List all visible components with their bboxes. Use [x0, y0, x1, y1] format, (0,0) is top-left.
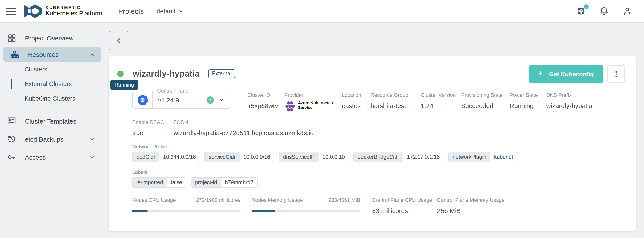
chevron-up-icon — [89, 51, 95, 58]
chevron-down-icon — [178, 8, 184, 14]
sitemap-icon — [10, 50, 19, 59]
chip-dnsserviceip: dnsServiceIP10.0.0.10 — [279, 152, 349, 162]
status-tooltip: Running — [110, 80, 138, 89]
menu-icon[interactable] — [6, 8, 16, 15]
field-power-state: Power State Running — [510, 91, 546, 112]
sidebar-item-project-overview[interactable]: Project Overview — [0, 29, 101, 47]
template-card-icon — [7, 116, 16, 126]
field-provisioning-state: Provisioning State Succeeded — [461, 91, 510, 112]
download-icon — [537, 70, 544, 77]
aks-provider-icon — [284, 100, 296, 112]
header-divider — [110, 4, 110, 19]
field-enable-rbac: Enable RBAC true — [132, 119, 174, 137]
sidebar-item-resources[interactable]: Resources — [3, 47, 101, 62]
dashboard-icon — [7, 33, 16, 43]
cluster-detail-card: wizardly-hypatia External Get Kubeconfig — [109, 56, 636, 231]
sidebar-item-external-clusters[interactable]: External Clusters — [0, 77, 101, 91]
brand-name: KUBERMATIC — [46, 5, 102, 10]
kubermatic-logo-icon — [24, 3, 42, 19]
control-plane-version: v1.24.9 — [158, 96, 179, 103]
field-dns-prefix: DNS Prefix wizardly-hypatia — [546, 91, 592, 112]
control-plane-version-select[interactable]: Control Plane ☸ v1.24.9 — [132, 91, 230, 109]
back-button[interactable] — [109, 31, 128, 50]
control-plane-label: Control Plane — [155, 88, 190, 94]
get-kubeconfig-button[interactable]: Get Kubeconfig — [529, 65, 603, 82]
external-badge: External — [208, 69, 236, 78]
network-profile-section: Network Profile podCidr10.244.0.0/16 ser… — [132, 144, 517, 162]
history-icon — [7, 134, 16, 144]
nodes-cpu-usage: Nodes CPU Usage272/1900 millicores — [132, 197, 240, 214]
vertical-dots-icon — [612, 70, 620, 78]
brand-subtitle: Kubernetes Platform — [46, 10, 102, 17]
sidebar-item-clusters[interactable]: Clusters — [0, 62, 101, 77]
sidebar-item-cluster-templates[interactable]: Cluster Templates — [0, 112, 101, 130]
chip-networkplugin: networkPluginkubenet — [448, 152, 517, 162]
projects-nav[interactable]: Projects — [118, 7, 144, 15]
field-cluster-version: Cluster Version 1.24 — [421, 91, 461, 112]
user-menu-icon[interactable] — [621, 5, 634, 18]
key-icon — [7, 152, 16, 162]
sidebar-item-access[interactable]: Access — [0, 148, 101, 166]
labels-section: Labels is-importedfalse project-idh79tnm… — [132, 169, 258, 188]
cluster-status-dot — [117, 71, 124, 77]
kubermatic-logo[interactable]: KUBERMATIC Kubernetes Platform — [24, 3, 102, 19]
field-provider: Provider Azure Kubernete — [284, 91, 342, 112]
nodes-cpu-progressbar — [132, 210, 240, 212]
announcements-icon[interactable]: ☸ — [574, 5, 587, 18]
sidebar-item-kubeone-clusters[interactable]: KubeOne Clusters — [0, 91, 101, 106]
more-actions-button[interactable] — [607, 65, 625, 82]
sidebar-item-etcd-backups[interactable]: etcd Backups — [0, 130, 101, 148]
chevron-down-icon — [218, 96, 225, 103]
notification-badge-dot — [584, 4, 588, 9]
active-indicator-bar — [11, 79, 12, 89]
kubermatic-app: KUBERMATIC Kubernetes Platform Projects … — [0, 0, 644, 238]
nodes-memory-progressbar — [252, 210, 360, 212]
main-content: wizardly-hypatia External Get Kubeconfig — [101, 23, 644, 238]
chip-is-imported: is-importedfalse — [132, 177, 186, 188]
chip-dockerbridgecidr: dockerBridgeCidr172.17.0.1/16 — [353, 152, 444, 162]
field-cluster-id: Cluster ID jr5xp68wtv — [247, 91, 284, 112]
control-plane-memory-usage: Control Plane Memory Usage 256 MiB — [437, 197, 502, 214]
chip-servicecidr: serviceCidr10.0.0.0/16 — [204, 152, 274, 162]
field-fqdn: FQDN wizardly-hypatia-e772e511.hcp.eastu… — [174, 119, 314, 137]
field-location: Location eastus — [342, 91, 370, 112]
sidebar: Project Overview Resources Clusters — [0, 23, 101, 238]
cluster-name: wizardly-hypatia — [133, 69, 200, 79]
nodes-memory-usage: Nodes Memory Usage983/4561 MiB — [252, 197, 360, 214]
upgrade-available-icon[interactable] — [206, 96, 214, 103]
chevron-down-icon — [89, 136, 95, 142]
kubernetes-icon: ☸ — [133, 91, 153, 108]
field-resource-group: Resource Group harshita-test — [370, 91, 421, 112]
chevron-down-icon — [89, 154, 95, 160]
control-plane-cpu-usage: Control Plane CPU Usage 83 millicores — [372, 197, 437, 214]
project-selector[interactable]: default — [157, 8, 184, 15]
chip-project-id: project-idh79tnmhrd7 — [190, 177, 258, 188]
provider-name: Azure Kubernetes Service — [298, 100, 338, 110]
chevron-left-icon — [114, 36, 123, 45]
notifications-bell-icon[interactable] — [598, 5, 610, 18]
project-selector-value: default — [157, 8, 176, 15]
chip-podcidr: podCidr10.244.0.0/16 — [132, 152, 200, 162]
app-header: KUBERMATIC Kubernetes Platform Projects … — [0, 0, 644, 23]
